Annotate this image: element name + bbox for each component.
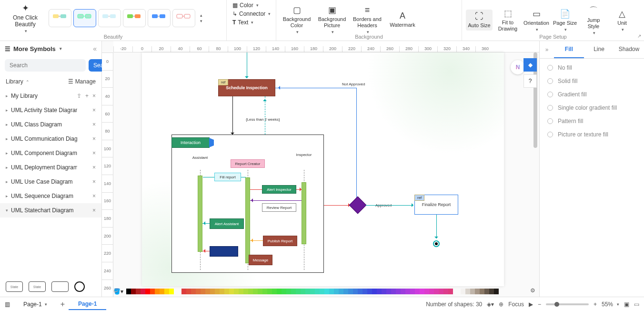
lib-usecase[interactable]: ▸UML Use Case Diagram× <box>0 175 101 189</box>
bg-color-btn[interactable]: ▢Background Color▾ <box>280 3 313 36</box>
alert-inspector-box[interactable]: Alert Inspector <box>262 185 296 194</box>
color-tool[interactable]: ▦Color▾ <box>231 1 272 10</box>
report-creator-box[interactable]: Report Creator <box>231 159 265 168</box>
bg-picture-btn[interactable]: ▣Background Picture▾ <box>315 3 349 36</box>
fill-picture[interactable]: Picture or texture fill <box>547 131 636 138</box>
theme-1[interactable] <box>49 9 71 27</box>
theme-3[interactable] <box>98 9 121 27</box>
schedule-inspection-box[interactable]: ref Schedule Inspection <box>218 79 275 96</box>
lib-activity[interactable]: ▸UML Activity State Diagram× <box>0 103 101 117</box>
search-input[interactable] <box>5 59 86 72</box>
fill-none[interactable]: No fill <box>547 64 636 71</box>
export-icon[interactable]: ⇪ <box>77 93 81 99</box>
theme-2[interactable] <box>73 9 96 27</box>
finalize-report-box[interactable]: ref Finalize Report <box>414 195 458 215</box>
fill-single-gradient[interactable]: Single color gradient fill <box>547 104 636 111</box>
connector-tool[interactable]: ↳Connector▾ <box>231 10 272 18</box>
pages-menu-icon[interactable]: ▥ <box>5 301 10 308</box>
review-report-box[interactable]: Review Report <box>262 203 296 212</box>
auto-size-btn[interactable]: ⛶Auto Size <box>466 10 493 31</box>
lib-statechart[interactable]: ▾UML Statechart Diagram× <box>0 203 101 218</box>
lib-sequence[interactable]: ▸UML Sequence Diagram× <box>0 189 101 203</box>
fit-page-icon[interactable]: ▣ <box>624 301 629 308</box>
zoom-out-icon[interactable]: − <box>538 301 541 308</box>
settings-gear-icon[interactable]: ⚙ <box>530 287 535 294</box>
close-icon[interactable]: × <box>92 207 96 214</box>
fill-bucket-icon[interactable]: 🪣▾ <box>113 288 123 295</box>
fit-width-icon[interactable]: ▭ <box>634 301 639 308</box>
unit-btn[interactable]: △Unit▾ <box>609 7 635 34</box>
close-icon[interactable]: × <box>92 164 96 171</box>
tab-fill[interactable]: Fill <box>554 41 584 58</box>
focus-target-icon[interactable]: ⊕ <box>499 301 503 308</box>
fill-gradient[interactable]: Gradient fill <box>547 91 636 98</box>
decision-diamond[interactable] <box>352 199 364 211</box>
jump-style-btn[interactable]: ⌒Jump Style▾ <box>580 3 607 37</box>
tab-line[interactable]: Line <box>584 41 614 58</box>
play-icon[interactable]: ▶ <box>529 301 533 308</box>
add-icon[interactable]: + <box>85 93 89 99</box>
close-icon[interactable]: × <box>92 135 96 142</box>
close-icon[interactable]: × <box>92 107 96 114</box>
lib-deployment[interactable]: ▸UML Deployment Diagram× <box>0 160 101 175</box>
text-tool[interactable]: TText▾ <box>231 18 272 27</box>
shape-state-3[interactable] <box>51 281 69 292</box>
orientation-btn[interactable]: ▭Orientation▾ <box>523 7 550 34</box>
shape-final[interactable] <box>74 281 85 292</box>
theme-5[interactable] <box>148 9 171 27</box>
theme-up-icon[interactable]: ▴ <box>200 13 202 18</box>
page-selector[interactable]: Page-1 ▾ <box>14 299 57 310</box>
page-setup-launcher-icon[interactable]: ↗ <box>637 33 641 39</box>
blue-box[interactable] <box>210 246 238 257</box>
end-node[interactable] <box>433 240 440 247</box>
page-size-btn[interactable]: 📄Page Size▾ <box>552 7 578 34</box>
manage-btn[interactable]: ☰ Manage <box>68 78 96 85</box>
actor-assistant[interactable]: Assistant <box>195 151 205 164</box>
collapse-right-icon[interactable]: » <box>540 41 554 58</box>
lib-class[interactable]: ▸UML Class Diagram× <box>0 117 101 132</box>
collapse-left-icon[interactable]: « <box>93 45 97 52</box>
lib-my-library[interactable]: ▸My Library⇪+× <box>0 89 101 103</box>
fit-btn[interactable]: ⬚Fit to Drawing <box>494 6 521 34</box>
ribbon: ✦ One Click Beautify ▾ ▴ ▾ Beautify ▦Col… <box>0 0 644 41</box>
fill-report-box[interactable]: Fill report <box>214 173 241 181</box>
drawing-page[interactable]: ref Schedule Inspection {Less than 2 wee… <box>142 52 504 286</box>
message-box[interactable]: Message <box>249 255 272 265</box>
page-tab-1[interactable]: Page-1 <box>69 299 106 310</box>
shape-state-1[interactable]: State <box>6 281 23 292</box>
close-icon[interactable]: × <box>92 93 96 99</box>
activation-inspector <box>302 182 306 244</box>
close-icon[interactable]: × <box>92 193 96 199</box>
focus-btn[interactable]: Focus <box>508 301 524 308</box>
close-icon[interactable]: × <box>92 178 96 185</box>
library-toggle[interactable]: Library ⌃ <box>6 78 30 85</box>
theme-4[interactable] <box>123 9 146 27</box>
layers-icon[interactable]: ◈▾ <box>487 301 494 308</box>
close-icon[interactable]: × <box>92 121 96 128</box>
zoom-in-icon[interactable]: + <box>594 301 597 308</box>
fill-solid[interactable]: Solid fill <box>547 78 636 84</box>
help-icon[interactable]: ? <box>523 74 537 88</box>
theme-6[interactable] <box>172 9 195 27</box>
zoom-slider[interactable] <box>546 303 589 305</box>
more-symbols-btn[interactable]: ☰More Symbols▾ <box>5 45 62 52</box>
publish-report-box[interactable]: Publish Report <box>263 236 297 246</box>
interaction-tag[interactable]: Interaction <box>171 137 210 148</box>
fill-pattern[interactable]: Pattern fill <box>547 118 636 124</box>
alert-assistant-box[interactable]: Alert Assistant <box>210 218 244 229</box>
zoom-level[interactable]: 55% ▾ <box>602 301 619 308</box>
one-click-beautify[interactable]: ✦ One Click Beautify ▾ <box>4 3 47 33</box>
theme-down-icon[interactable]: ▾ <box>200 19 202 23</box>
color-palette[interactable]: 🪣▾ <box>113 288 534 295</box>
borders-btn[interactable]: ≡Borders and Headers▾ <box>351 3 384 36</box>
lib-component[interactable]: ▸UML Component Diagram× <box>0 146 101 160</box>
tab-shadow[interactable]: Shadow <box>614 41 644 58</box>
close-icon[interactable]: × <box>92 150 96 156</box>
watermark-btn[interactable]: AWatermark <box>386 9 419 30</box>
fill-panel-icon[interactable]: ◆ <box>523 58 537 72</box>
add-page-icon[interactable]: + <box>60 300 65 309</box>
shape-state-2[interactable]: State <box>29 281 46 292</box>
canvas[interactable]: -200204060801001201401601802002202402602… <box>102 41 539 297</box>
lib-communication[interactable]: ▸UML Communication Diagr...× <box>0 132 101 146</box>
actor-inspector[interactable]: Inspector <box>299 148 309 161</box>
